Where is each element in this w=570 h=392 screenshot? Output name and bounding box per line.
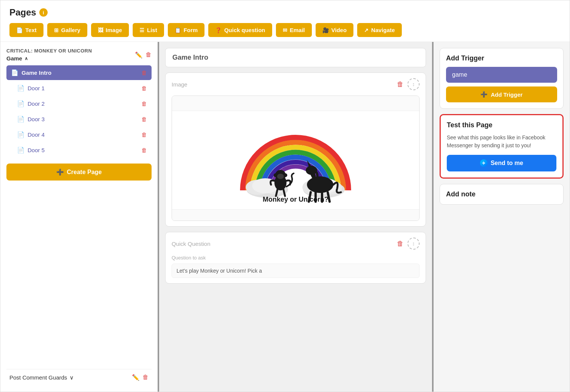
delete-flow-icon[interactable]: 🗑 [146, 51, 152, 59]
quick-question-sub-label: Question to ask [166, 255, 426, 264]
gallery-icon: ⊞ [54, 27, 59, 33]
page-delete-icon[interactable]: 🗑 [141, 116, 147, 122]
sidebar-section-header: CRITICAL: Monkey or Unicorn Game ∧ ✏️ 🗑 [6, 48, 152, 62]
image-icon: 🖼 [98, 27, 103, 33]
svg-point-14 [307, 176, 333, 193]
footer-delete-icon[interactable]: 🗑 [142, 374, 149, 381]
video-icon: 🎥 [322, 27, 329, 33]
gallery-button[interactable]: ⊞ Gallery [47, 23, 87, 37]
svg-text:Monkey or Unicorn?: Monkey or Unicorn? [263, 196, 328, 203]
pages-title: Pages [9, 7, 36, 18]
quick-question-text: Let's play Monkey or Unicorn! Pick a [172, 264, 420, 278]
post-comment-guards-label: Post Comment Guards [9, 374, 67, 381]
navigate-button[interactable]: ↗ Navigate [357, 23, 402, 37]
page-delete-icon[interactable]: 🗑 [141, 85, 147, 91]
add-trigger-button-label: Add Trigger [491, 91, 522, 98]
image-card-header: Image 🗑 ↕ [166, 73, 426, 96]
rainbow-image-container: Monkey or Unicorn? [172, 111, 419, 209]
messenger-icon: ✈ [480, 159, 488, 167]
footer-edit-icon[interactable]: ✏️ [132, 374, 139, 381]
add-note-section: Add note [440, 184, 564, 205]
sidebar-item-door-4[interactable]: 📄 Door 4 🗑 [6, 127, 152, 142]
quick-question-card-actions: 🗑 ↕ [397, 238, 420, 250]
create-page-label: Create Page [67, 169, 102, 176]
text-button-label: Text [25, 27, 37, 33]
page-delete-icon[interactable]: 🗑 [141, 131, 147, 138]
center-page-title: Game Intro [165, 48, 426, 67]
page-delete-icon[interactable]: 🗑 [141, 147, 147, 153]
sidebar-item-game-intro[interactable]: 📄 Game Intro 🗑 [6, 65, 152, 80]
page-label: Game Intro [22, 69, 51, 76]
page-file-icon: 📄 [17, 131, 25, 138]
page-file-icon: 📄 [17, 116, 25, 123]
page-file-icon: 📄 [17, 100, 25, 107]
pages-list: 📄 Game Intro 🗑 📄 Door 1 🗑 📄 [6, 65, 152, 157]
svg-point-11 [274, 173, 277, 177]
post-comment-guards-link[interactable]: Post Comment Guards ∨ [9, 374, 74, 381]
rainbow-svg: Monkey or Unicorn? [231, 115, 360, 205]
page-delete-icon[interactable]: 🗑 [141, 69, 147, 76]
page-label: Door 2 [28, 100, 45, 107]
trigger-value[interactable]: game [446, 67, 557, 83]
collapse-icon[interactable]: ∧ [25, 56, 28, 61]
sidebar-item-door-3[interactable]: 📄 Door 3 🗑 [6, 112, 152, 127]
sidebar-section-title: CRITICAL: Monkey or Unicorn [6, 48, 92, 54]
image-card-sort-icon[interactable]: ↕ [407, 78, 420, 90]
quick-question-delete-icon[interactable]: 🗑 [397, 240, 404, 248]
sidebar-item-door-2[interactable]: 📄 Door 2 🗑 [6, 96, 152, 111]
add-note-title: Add note [446, 190, 557, 198]
page-file-icon: 📄 [11, 69, 19, 76]
sidebar-header-actions: ✏️ 🗑 [135, 51, 152, 59]
page-label: Door 3 [28, 116, 45, 122]
list-button-label: List [147, 27, 157, 33]
page-file-icon: 📄 [17, 85, 25, 92]
info-icon[interactable]: i [39, 8, 48, 17]
page-file-icon: 📄 [17, 147, 25, 154]
page-delete-icon[interactable]: 🗑 [141, 100, 147, 107]
sidebar-section-info: CRITICAL: Monkey or Unicorn Game ∧ [6, 48, 92, 62]
page-item-left: 📄 Door 2 [17, 100, 45, 107]
quick-question-sort-icon[interactable]: ↕ [407, 238, 420, 250]
svg-point-12 [283, 173, 287, 177]
sidebar-item-door-5[interactable]: 📄 Door 5 🗑 [6, 143, 152, 157]
page-title-area: Pages i [9, 7, 561, 18]
image-card-actions: 🗑 ↕ [397, 78, 420, 90]
text-button[interactable]: 📄 Text [9, 23, 43, 37]
page-item-left: 📄 Door 1 [17, 85, 45, 92]
send-to-me-label: Send to me [491, 160, 523, 167]
chevron-down-icon: ∨ [70, 374, 74, 381]
plus-icon: ➕ [56, 168, 64, 176]
list-button[interactable]: ☰ List [133, 23, 164, 37]
page-item-left: 📄 Game Intro [11, 69, 51, 76]
page-item-left: 📄 Door 3 [17, 116, 45, 123]
right-panel: Add Trigger game ➕ Add Trigger Test this… [434, 42, 570, 392]
send-to-me-button[interactable]: ✈ Send to me [447, 155, 556, 171]
create-page-button[interactable]: ➕ Create Page [6, 164, 152, 181]
add-trigger-button[interactable]: ➕ Add Trigger [446, 86, 557, 102]
navigate-icon: ↗ [364, 27, 369, 33]
email-button[interactable]: ✉ Email [276, 23, 312, 37]
page-label: Door 5 [28, 147, 45, 153]
main-layout: CRITICAL: Monkey or Unicorn Game ∧ ✏️ 🗑 … [0, 42, 570, 392]
quick-question-button[interactable]: ❓ Quick question [208, 23, 272, 37]
sidebar-item-door-1[interactable]: 📄 Door 1 🗑 [6, 81, 152, 96]
edit-icon[interactable]: ✏️ [135, 51, 142, 59]
sidebar-flow-name: Game ∧ [6, 55, 92, 62]
image-card: Image 🗑 ↕ [165, 73, 426, 227]
image-area: Monkey or Unicorn? [172, 96, 420, 221]
image-bottom-placeholder [172, 209, 419, 221]
image-button-label: Image [106, 27, 122, 33]
email-icon: ✉ [283, 27, 287, 33]
page-item-left: 📄 Door 5 [17, 147, 45, 154]
plus-icon: ➕ [480, 91, 488, 98]
header: Pages i 📄 Text ⊞ Gallery 🖼 Image ☰ List … [0, 0, 570, 42]
quick-question-button-label: Quick question [224, 27, 265, 33]
video-button[interactable]: 🎥 Video [316, 23, 354, 37]
quick-question-icon: ❓ [215, 27, 221, 33]
image-card-type-label: Image [172, 81, 187, 88]
image-button[interactable]: 🖼 Image [91, 23, 129, 37]
page-label: Door 4 [28, 131, 45, 138]
form-button[interactable]: 📋 Form [168, 23, 205, 37]
image-top-placeholder [172, 96, 419, 111]
image-card-delete-icon[interactable]: 🗑 [397, 80, 404, 88]
